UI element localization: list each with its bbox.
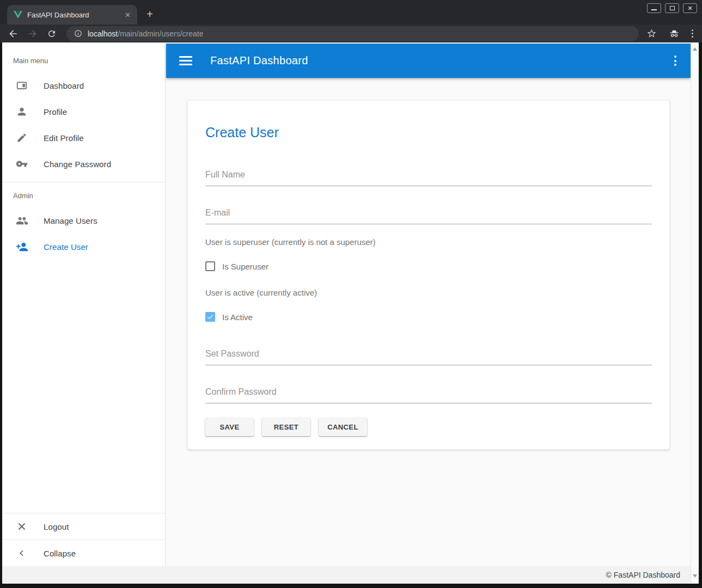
sidebar-item-label: Dashboard [44, 81, 84, 90]
vue-favicon-icon [14, 11, 22, 19]
sidebar-section-main-menu: Main menu [2, 42, 165, 65]
sidebar-item-dashboard[interactable]: Dashboard [2, 72, 165, 99]
sidebar-item-logout[interactable]: Logout [2, 513, 165, 540]
sidebar-section-admin: Admin [2, 182, 165, 200]
forward-button[interactable] [27, 28, 38, 39]
superuser-hint: User is superuser (currently is not a su… [205, 237, 652, 247]
window-minimize-button[interactable] [647, 3, 661, 13]
tab-close-icon[interactable]: ✕ [124, 11, 132, 19]
browser-toolbar: localhost/main/admin/users/create [0, 24, 702, 42]
hamburger-menu-icon[interactable] [179, 54, 192, 67]
sidebar-item-label: Logout [44, 522, 69, 531]
email-input[interactable] [205, 208, 652, 224]
dashboard-icon [15, 79, 28, 92]
chevron-left-icon [15, 547, 28, 560]
copyright-text: © FastAPI Dashboard [606, 571, 680, 579]
back-button[interactable] [8, 28, 19, 39]
sidebar-item-label: Create User [44, 242, 88, 252]
close-icon [15, 520, 28, 533]
sidebar-item-label: Change Password [44, 160, 111, 169]
scroll-up-icon[interactable] [693, 47, 697, 51]
scroll-down-icon[interactable] [693, 574, 697, 578]
pencil-icon [15, 131, 28, 144]
refresh-button[interactable] [47, 29, 57, 39]
url-host: localhost [88, 29, 118, 38]
window-close-button[interactable]: ✕ [683, 3, 697, 13]
person-add-icon [15, 240, 28, 253]
is-superuser-checkbox[interactable] [205, 261, 215, 271]
appbar: FastAPI Dashboard [166, 44, 691, 78]
cancel-button[interactable]: CANCEL [319, 418, 367, 436]
sidebar-item-label: Manage Users [44, 216, 97, 225]
minimize-icon [651, 9, 657, 10]
set-password-input[interactable] [205, 349, 652, 365]
is-superuser-checkbox-row[interactable]: Is Superuser [205, 261, 652, 271]
vertical-scrollbar[interactable] [691, 42, 699, 584]
window-maximize-button[interactable] [665, 3, 679, 13]
sidebar-item-profile[interactable]: Profile [2, 99, 165, 125]
check-icon [206, 313, 214, 321]
sidebar-item-label: Profile [44, 107, 67, 117]
new-tab-button[interactable]: + [143, 8, 157, 22]
url-text[interactable]: localhost/main/admin/users/create [88, 29, 203, 38]
appbar-menu-button[interactable] [669, 52, 682, 69]
sidebar-item-create-user[interactable]: Create User [2, 234, 165, 260]
sidebar-item-manage-users[interactable]: Manage Users [2, 207, 165, 234]
url-path: /main/admin/users/create [118, 29, 203, 38]
bookmark-star-icon[interactable] [646, 28, 657, 39]
confirm-password-input[interactable] [205, 387, 652, 403]
page-title: Create User [205, 125, 652, 140]
people-icon [15, 214, 28, 227]
save-button[interactable]: SAVE [205, 418, 254, 436]
page: Main menu Dashboard Profile Edit Profile [2, 42, 699, 584]
sidebar-item-label: Collapse [44, 549, 76, 558]
reset-button[interactable]: RESET [262, 418, 310, 436]
key-icon [15, 157, 28, 170]
is-active-checkbox[interactable] [205, 312, 215, 322]
active-hint: User is active (currently active) [205, 288, 652, 297]
create-user-card: Create User User is superuser (currently… [187, 100, 670, 450]
sidebar-item-label: Edit Profile [44, 133, 84, 143]
sidebar-item-edit-profile[interactable]: Edit Profile [2, 125, 165, 151]
incognito-icon [668, 28, 680, 39]
is-superuser-label: Is Superuser [222, 262, 268, 271]
tab-title: FastAPI Dashboard [27, 11, 119, 19]
close-icon: ✕ [687, 5, 692, 11]
page-footer: © FastAPI Dashboard [2, 566, 699, 584]
sidebar: Main menu Dashboard Profile Edit Profile [2, 42, 166, 566]
browser-tab[interactable]: FastAPI Dashboard ✕ [7, 5, 137, 24]
is-active-label: Is Active [222, 313, 253, 322]
full-name-input[interactable] [205, 170, 652, 186]
sidebar-item-collapse[interactable]: Collapse [2, 540, 165, 566]
maximize-icon [670, 6, 675, 10]
site-info-icon[interactable] [74, 29, 82, 38]
browser-titlebar: FastAPI Dashboard ✕ + ✕ [0, 0, 702, 24]
is-active-checkbox-row[interactable]: Is Active [205, 312, 652, 322]
person-icon [15, 105, 28, 118]
appbar-title: FastAPI Dashboard [210, 54, 308, 67]
address-bar[interactable]: localhost/main/admin/users/create [66, 26, 639, 41]
sidebar-item-change-password[interactable]: Change Password [2, 151, 165, 177]
browser-menu-button[interactable] [692, 29, 693, 38]
